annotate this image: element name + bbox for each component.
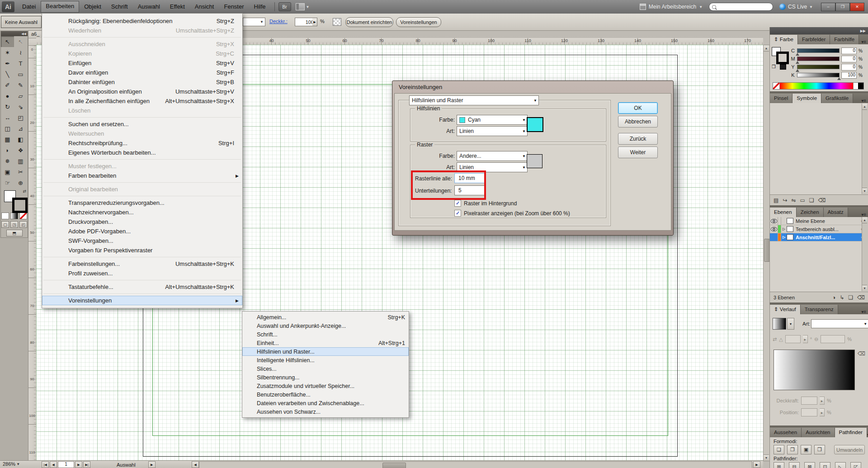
dock-header[interactable]: ▶▶ — [770, 27, 868, 34]
slider-knob[interactable] — [796, 53, 799, 56]
submenu-item[interactable]: Hilfslinien und Raster... — [242, 347, 409, 356]
menubar-item[interactable]: Objekt — [79, 1, 106, 12]
horizontal-scrollbar[interactable] — [199, 461, 752, 468]
menu-item[interactable]: Rückgängig: Ebenenbedienfeldoptionen Str… — [42, 16, 242, 26]
tab-color[interactable]: ⇕ Farbe — [770, 35, 798, 44]
menubar-item[interactable]: Bearbeiten — [41, 1, 79, 13]
ok-button[interactable]: OK — [618, 102, 658, 114]
submenu-item[interactable]: Auswahl und Ankerpunkt-Anzeige... — [242, 321, 409, 330]
pathfinder-minus-back-icon[interactable]: ◸ — [850, 462, 861, 468]
tool-type[interactable]: T — [14, 58, 27, 69]
tool-pen[interactable]: ✒ — [1, 58, 14, 69]
previous-artboard-button[interactable]: ◀ — [50, 461, 57, 468]
menubar-item[interactable]: Ansicht — [190, 1, 219, 12]
symbols-panel[interactable]: ▲ ▼ — [770, 103, 868, 194]
submenu-item[interactable]: Einheit... Alt+Strg+1 — [242, 339, 409, 347]
slider-knob[interactable] — [796, 69, 799, 72]
channel-slider[interactable] — [797, 57, 840, 61]
dialog-titlebar[interactable]: Voreinstellungen — [394, 81, 671, 93]
tool-symbol-sprayer[interactable]: ✵ — [1, 156, 14, 166]
menu-item[interactable]: Ausschneiden Strg+X ▶ — [42, 39, 242, 49]
menu-item[interactable]: Voreinstellungen ▶ — [42, 296, 242, 305]
search-box[interactable] — [709, 3, 773, 11]
menu-item[interactable]: ▶ — [42, 180, 242, 184]
color-spectrum-bar[interactable] — [773, 82, 864, 90]
cancel-button[interactable]: Abbrechen — [618, 116, 658, 128]
channel-slider[interactable] — [797, 48, 840, 53]
tab-align[interactable]: Ausrichten — [802, 428, 835, 437]
document-setup-button[interactable]: Dokument einrichten — [345, 17, 393, 27]
place-symbol-icon[interactable]: ↪ — [783, 197, 787, 203]
channel-slider[interactable] — [797, 73, 840, 77]
pathfinder-trim-icon[interactable]: ⊟ — [789, 462, 800, 468]
fill-stroke-control[interactable]: ⇄ — [1, 188, 28, 212]
submenu-item[interactable]: Silbentrennung... — [242, 373, 409, 382]
gradient-type-dropdown[interactable]: ▼ — [811, 319, 868, 328]
menu-item[interactable]: ▶ — [42, 278, 242, 282]
visibility-cell[interactable] — [770, 225, 778, 233]
layer-thumbnail[interactable] — [787, 218, 793, 224]
aspect-ratio-field[interactable] — [821, 335, 845, 343]
expander-icon[interactable]: ▷ — [781, 235, 787, 239]
style-dropdown[interactable]: ▼ — [243, 18, 265, 26]
tool-slice[interactable]: ✂ — [14, 166, 27, 177]
tab-symbols[interactable]: Symbole — [793, 94, 821, 103]
layer-row[interactable]: ▷ Anschnitt/Falzl... ○ — [770, 233, 868, 241]
search-input[interactable] — [718, 4, 760, 10]
tool-paintbrush[interactable]: ✐ — [1, 80, 14, 90]
tool-blend[interactable]: ❖ — [14, 145, 27, 156]
menubar-item[interactable]: Hilfe — [249, 1, 271, 12]
menu-item[interactable]: An Originalposition einfügen Umschalttas… — [42, 87, 242, 96]
layer-name[interactable]: Textbereich ausbl... — [796, 227, 859, 232]
menubar-item[interactable]: Fenster — [219, 1, 249, 12]
gradient-slider[interactable] — [774, 350, 855, 390]
expand-button[interactable]: Umwandeln — [834, 445, 865, 454]
panel-menu-icon[interactable]: ▾≡ — [861, 212, 868, 217]
tool-mesh[interactable]: ▦ — [1, 134, 14, 145]
stop-opacity-field[interactable] — [801, 397, 817, 405]
layer-thumbnail[interactable] — [787, 234, 793, 240]
menu-item[interactable]: Profil zuweisen... ▶ — [42, 269, 242, 278]
menubar-item[interactable]: Datei — [17, 1, 41, 12]
delete-stop-icon[interactable]: ⌫ — [858, 350, 865, 357]
screen-mode-button[interactable]: ⬒ — [6, 230, 23, 236]
bridge-button[interactable]: Br — [278, 2, 291, 11]
preferences-button[interactable]: Voreinstellungen — [396, 17, 441, 27]
panel-menu-icon[interactable]: ▾≡ — [861, 98, 868, 103]
submenu-item[interactable]: Dateien verarbeiten und Zwischenablage..… — [242, 399, 409, 407]
next-artboard-button[interactable]: ▶ — [75, 461, 82, 468]
color-button[interactable] — [1, 213, 9, 219]
layer-name[interactable]: Anschnitt/Falzl... — [796, 235, 859, 240]
menu-item[interactable]: Tastaturbefehle... Alt+Umschalttaste+Str… — [42, 282, 242, 292]
tool-blob-brush[interactable]: ● — [1, 90, 14, 101]
last-artboard-button[interactable]: ▶| — [83, 461, 90, 468]
cs-live-button[interactable]: CS Live ▼ — [779, 4, 813, 10]
reverse-gradient-icon[interactable]: ⇄ — [773, 336, 777, 342]
swap-fill-stroke-icon[interactable]: ⇄ — [23, 189, 26, 194]
menu-item[interactable]: ▶ — [42, 35, 242, 39]
menu-item[interactable]: ▶ — [42, 292, 242, 296]
symbol-libraries-icon[interactable]: ▤ — [774, 197, 778, 203]
channel-value-field[interactable]: 100 — [841, 72, 857, 79]
guides-color-dropdown[interactable]: Cyan ▼ — [457, 115, 528, 125]
menu-item[interactable]: SWF-Vorgaben... ▶ — [42, 236, 242, 246]
menu-item[interactable]: ▶ — [42, 115, 242, 119]
transparency-options-icon[interactable] — [333, 18, 341, 26]
tool-rectangle[interactable]: ▭ — [14, 69, 27, 80]
draw-normal-button[interactable]: ▢ — [1, 221, 9, 228]
menu-item[interactable]: ▶ — [42, 194, 242, 198]
stroke-swatch[interactable] — [776, 52, 789, 64]
maximize-button[interactable]: ❐ — [835, 3, 850, 11]
gradient-button[interactable] — [10, 213, 18, 219]
tool-direct-selection[interactable]: ↖ — [14, 36, 27, 47]
tab-swatches[interactable]: Farbfelder — [798, 35, 830, 44]
menu-item[interactable]: Wiederholen Umschalttaste+Strg+Z ▶ — [42, 26, 242, 35]
pathfinder-outline-icon[interactable]: ◺ — [835, 462, 846, 468]
gradient-thumbnail[interactable] — [773, 318, 786, 330]
tool-pencil[interactable]: ✎ — [14, 80, 27, 90]
minimize-button[interactable]: – — [821, 3, 835, 11]
opacity-link[interactable]: Deckkr.: — [269, 19, 288, 24]
scroll-up-icon[interactable]: ▲ — [764, 45, 769, 52]
zoom-control[interactable]: 286% ▼ — [3, 461, 20, 467]
scroll-left-icon[interactable]: ◀ — [192, 461, 199, 468]
